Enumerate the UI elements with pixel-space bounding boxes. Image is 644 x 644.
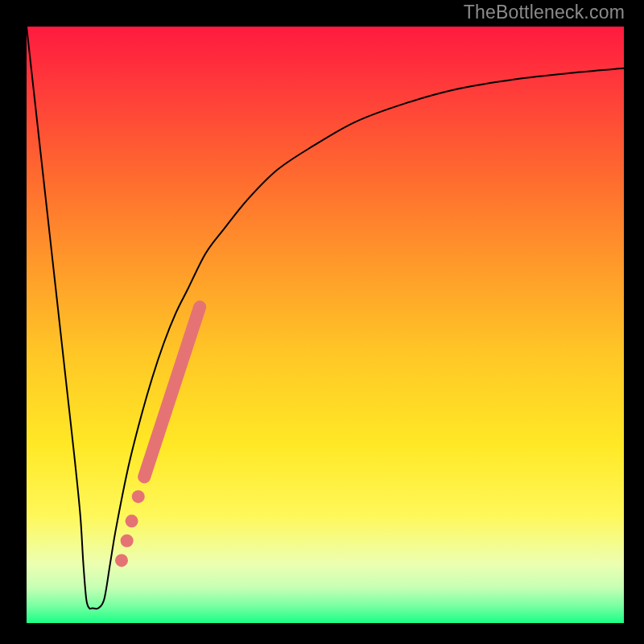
highlight-dot-2: [121, 535, 134, 547]
highlight-dot-1: [126, 514, 138, 527]
chart-frame: TheBottleneck.com: [0, 0, 644, 644]
highlight-dot-0: [132, 490, 145, 503]
chart-svg: [27, 27, 624, 623]
plot-area: [27, 27, 624, 623]
gradient-background: [27, 27, 624, 623]
watermark-text: TheBottleneck.com: [464, 2, 625, 23]
highlight-dot-3: [115, 554, 128, 567]
